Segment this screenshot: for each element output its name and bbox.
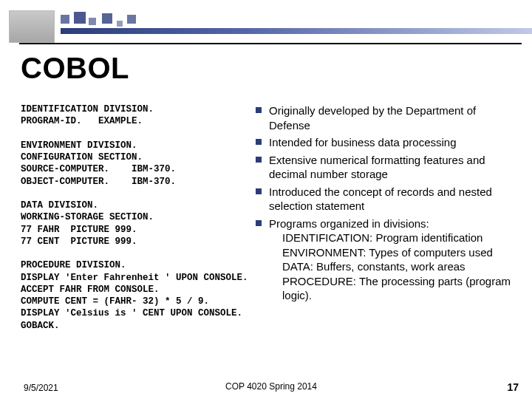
deco-square [89,18,96,25]
deco-bar [61,28,532,34]
bullet-square-icon [256,107,262,113]
bullet-subtext: PROCEDURE: The processing parts (program… [282,274,519,303]
slide-footer: 9/5/2021 COP 4020 Spring 2014 17 [24,381,519,393]
deco-square [117,21,123,27]
bullet-text: Originally developed by the Department o… [269,103,519,132]
bullet-text: Intended for business data processing [269,135,519,150]
bullet-item: Intended for business data processing [256,135,519,150]
bullet-list: Originally developed by the Department o… [250,103,519,369]
bullet-subtext: DATA: Buffers, constants, work areas [282,259,519,274]
bullet-subtext: ENVIRONMENT: Types of computers used [282,245,519,260]
header-photo [9,10,55,43]
slide-title: COBOL [21,52,129,85]
bullet-subtext: IDENTIFICATION: Program identification [282,231,519,245]
deco-square [61,15,69,24]
bullet-text: Programs organized in divisions:IDENTIFI… [269,216,519,303]
bullet-square-icon [256,220,262,226]
bullet-text: Introduced the concept of records and ne… [269,185,519,214]
deco-square [74,12,86,24]
bullet-item: Introduced the concept of records and ne… [256,185,519,214]
title-divider [19,43,522,44]
bullet-item: Programs organized in divisions:IDENTIFI… [256,216,519,303]
footer-course: COP 4020 Spring 2014 [24,381,519,392]
bullet-square-icon [256,188,262,194]
bullet-text: Extensive numerical formatting features … [269,153,519,182]
slide: COBOL IDENTIFICATION DIVISION. PROGRAM-I… [0,0,532,399]
bullet-item: Originally developed by the Department o… [256,103,519,132]
deco-square [102,13,112,24]
slide-body: IDENTIFICATION DIVISION. PROGRAM-ID. EXA… [21,103,519,369]
top-decoration [0,10,532,33]
bullet-item: Extensive numerical formatting features … [256,153,519,182]
bullet-square-icon [256,157,262,163]
bullet-square-icon [256,139,262,145]
deco-square [127,15,136,24]
code-block: IDENTIFICATION DIVISION. PROGRAM-ID. EXA… [21,103,250,369]
